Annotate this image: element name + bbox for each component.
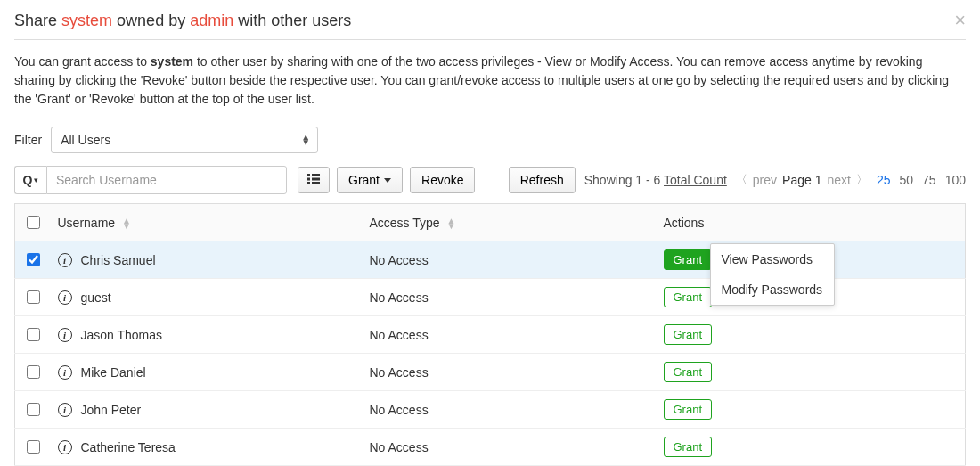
row-checkbox[interactable] (27, 365, 40, 379)
table-row: iJohn PeterNo AccessGrant (15, 391, 966, 429)
title-suffix: with other users (238, 12, 351, 29)
dialog-header: Share system owned by admin with other u… (14, 11, 966, 40)
desc-bold: system (151, 54, 193, 69)
col-access-label: Access Type (370, 216, 440, 230)
close-icon[interactable]: × (954, 11, 966, 30)
search-input[interactable] (46, 166, 287, 194)
filter-label: Filter (14, 133, 42, 147)
page-current: Page 1 (782, 173, 821, 187)
username-text: guest (81, 290, 111, 305)
next-link[interactable]: next (827, 173, 850, 187)
username-text: Chris Samuel (81, 253, 156, 267)
access-type-text: No Access (363, 391, 657, 429)
search-caret-icon: ▾ (34, 176, 38, 184)
title-middle: owned by (117, 12, 185, 29)
select-all-checkbox[interactable] (27, 216, 40, 229)
col-access-type[interactable]: Access Type ▲▼ (363, 204, 657, 241)
svg-rect-5 (312, 182, 320, 184)
sort-icon: ▲▼ (447, 218, 456, 229)
row-checkbox[interactable] (27, 403, 40, 416)
dialog-description: You can grant access to system to other … (14, 53, 966, 109)
row-checkbox[interactable] (27, 328, 40, 341)
username-text: Catherine Teresa (81, 440, 176, 454)
toolbar-right: Refresh Showing 1 - 6 Total Count 〈 prev… (509, 167, 966, 193)
chevron-left-icon[interactable]: 〈 (736, 172, 747, 188)
sort-icon: ▲▼ (122, 218, 131, 229)
row-checkbox[interactable] (27, 253, 40, 266)
svg-rect-0 (307, 174, 310, 176)
caret-down-icon (384, 178, 391, 183)
total-count-link[interactable]: Total Count (664, 173, 727, 187)
grant-row-button[interactable]: Grant (664, 437, 713, 457)
info-icon[interactable]: i (58, 403, 72, 417)
grant-bulk-button[interactable]: Grant (337, 167, 403, 193)
filter-selected-value: All Users (61, 133, 110, 147)
chevron-right-icon[interactable]: 〉 (856, 172, 868, 188)
table-row: iChris SamuelNo AccessGrantView Password… (15, 241, 966, 279)
refresh-label: Refresh (520, 173, 564, 187)
svg-rect-3 (312, 178, 320, 181)
showing-range: Showing 1 - 6 (584, 173, 661, 187)
grant-row-button[interactable]: Grant (664, 249, 713, 270)
row-checkbox[interactable] (27, 440, 40, 454)
grant-row-button[interactable]: Grant (664, 362, 713, 382)
page-sizes: 25 50 75 100 (877, 173, 966, 187)
table-row: iCatherine TeresaNo AccessGrant (15, 429, 966, 466)
svg-rect-4 (307, 182, 310, 184)
grant-row-button[interactable]: Grant (664, 399, 713, 420)
list-view-button[interactable] (298, 167, 330, 193)
access-type-text: No Access (363, 354, 657, 391)
filter-select[interactable]: All Users ▲▼ (51, 127, 318, 153)
grant-popover: View PasswordsModify Passwords (710, 243, 835, 306)
revoke-bulk-button[interactable]: Revoke (410, 167, 475, 193)
col-username-label: Username (58, 216, 116, 230)
info-icon[interactable]: i (58, 365, 72, 380)
title-owner: admin (190, 12, 233, 29)
table-row: iJason ThomasNo AccessGrant (15, 316, 966, 354)
search-icon: Q (23, 173, 33, 187)
table-row: iMike DanielNo AccessGrant (15, 354, 966, 391)
grant-row-button[interactable]: Grant (664, 287, 713, 307)
grant-row-button[interactable]: Grant (664, 324, 713, 345)
info-icon[interactable]: i (58, 328, 72, 342)
revoke-bulk-label: Revoke (421, 173, 463, 187)
page-size-50[interactable]: 50 (899, 173, 913, 187)
username-text: Jason Thomas (81, 328, 163, 342)
page-size-75[interactable]: 75 (922, 173, 936, 187)
popover-modify-passwords[interactable]: Modify Passwords (711, 274, 834, 305)
row-checkbox[interactable] (27, 290, 40, 304)
title-system: system (61, 12, 112, 29)
col-actions: Actions (657, 204, 966, 241)
prev-link[interactable]: prev (753, 173, 777, 187)
dialog-title: Share system owned by admin with other u… (14, 12, 351, 30)
access-type-text: No Access (363, 279, 657, 316)
page-size-25[interactable]: 25 (877, 173, 891, 187)
access-type-text: No Access (363, 241, 657, 279)
username-text: Mike Daniel (81, 365, 146, 380)
showing-text: Showing 1 - 6 Total Count (584, 173, 727, 187)
select-updown-icon: ▲▼ (301, 135, 310, 145)
list-icon (307, 173, 320, 187)
title-prefix: Share (14, 12, 57, 29)
svg-rect-2 (307, 178, 310, 181)
search-group: Q▾ (14, 166, 287, 194)
col-actions-label: Actions (664, 216, 705, 230)
toolbar: Q▾ Grant Revoke Refresh Showing 1 - 6 To… (14, 166, 966, 194)
refresh-button[interactable]: Refresh (509, 167, 576, 193)
svg-rect-1 (312, 174, 320, 176)
search-mode-button[interactable]: Q▾ (14, 166, 46, 194)
username-text: John Peter (81, 403, 142, 417)
info-icon[interactable]: i (58, 253, 72, 267)
pager: 〈 prev Page 1 next 〉 (736, 172, 868, 188)
page-size-100[interactable]: 100 (945, 173, 966, 187)
access-type-text: No Access (363, 429, 657, 466)
desc-part1: You can grant access to (14, 54, 151, 69)
users-table: Username ▲▼ Access Type ▲▼ Actions iChri… (14, 203, 966, 466)
popover-view-passwords[interactable]: View Passwords (711, 244, 834, 274)
col-username[interactable]: Username ▲▼ (51, 204, 363, 241)
grant-bulk-label: Grant (348, 173, 380, 187)
info-icon[interactable]: i (58, 440, 72, 454)
filter-row: Filter All Users ▲▼ (14, 127, 966, 153)
info-icon[interactable]: i (58, 290, 72, 305)
access-type-text: No Access (363, 316, 657, 354)
